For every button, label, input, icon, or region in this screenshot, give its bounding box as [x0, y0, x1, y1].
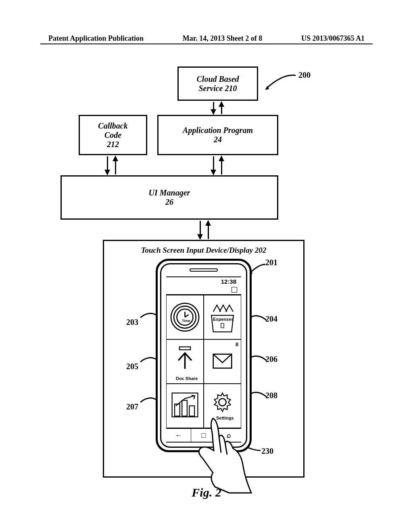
clock-text: 12:38: [221, 278, 236, 285]
app-line1: Application Program: [159, 126, 277, 135]
ref-204-leader: [249, 312, 267, 322]
arrow-cloud-app-down: [213, 102, 214, 114]
mail-badge: 8: [236, 341, 238, 347]
back-icon: ←: [175, 431, 182, 440]
signal-icon: [232, 287, 237, 293]
callback-line1: Callback: [80, 121, 146, 131]
ref-207: 207: [126, 402, 138, 411]
svg-rect-10: [182, 400, 187, 416]
ref-206-leader: [249, 352, 267, 362]
tile-expenses[interactable]: Expenses: [204, 295, 241, 339]
ref-205: 205: [126, 362, 138, 371]
cloud-line1: Cloud Based: [179, 75, 257, 84]
callback-code-block: Callback Code 212: [79, 115, 147, 155]
expenses-label: Expenses: [213, 317, 234, 322]
application-program-block: Application Program 24: [157, 115, 278, 155]
arrow-ui-touch-up: [208, 221, 209, 239]
ui-manager-block: UI Manager 26: [60, 175, 278, 220]
phone-speaker: [190, 268, 218, 272]
svg-rect-6: [179, 347, 190, 350]
header-left: Patent Application Publication: [48, 34, 144, 43]
page-header: Patent Application Publication Mar. 14, …: [0, 34, 413, 43]
figure-caption: Fig. 2: [40, 486, 373, 499]
touch-title: Touch Screen Input Device/Display 202: [104, 246, 303, 255]
svg-rect-5: [221, 323, 224, 328]
touch-screen-block: Touch Screen Input Device/Display 202 20…: [103, 240, 305, 478]
ref-200: 200: [298, 71, 311, 80]
svg-rect-9: [175, 404, 180, 416]
arrow-callback-ui-up: [115, 156, 116, 175]
figure-diagram: Cloud Based Service 210 200 Callback Cod…: [40, 62, 373, 482]
arrow-cloud-app-up: [221, 102, 222, 114]
arrow-app-ui-up: [221, 156, 222, 175]
time-icon: [167, 295, 203, 339]
tiles-grid: Time Expenses: [166, 295, 241, 428]
svg-point-12: [219, 399, 226, 406]
ui-line1: UI Manager: [62, 188, 277, 197]
callback-line3: 212: [80, 140, 146, 149]
header-center: Mar. 14, 2013 Sheet 2 of 8: [183, 34, 262, 43]
app-line2: 24: [159, 135, 277, 144]
header-rule: [40, 44, 373, 44]
tile-docshare[interactable]: Doc Share: [166, 339, 204, 384]
cloud-service-block: Cloud Based Service 210: [177, 66, 258, 101]
tile-time[interactable]: Time: [166, 295, 204, 339]
ref-201: 201: [265, 258, 277, 267]
docshare-label: Doc Share: [176, 376, 198, 381]
status-bar: 12:38: [166, 276, 241, 295]
callback-line2: Code: [80, 131, 146, 140]
ref-203: 203: [126, 318, 138, 327]
ui-line2: 26: [62, 197, 277, 207]
arrow-callback-ui-down: [107, 156, 108, 175]
header-right: US 2013/0067365 A1: [301, 34, 365, 43]
ref-208-leader: [249, 389, 267, 399]
time-label: Time: [182, 319, 190, 323]
tile-mail[interactable]: 8: [204, 339, 241, 384]
ref-200-leader: [264, 71, 298, 91]
cloud-line2: Service 210: [179, 84, 257, 93]
arrow-app-ui-down: [213, 156, 214, 175]
arrow-ui-touch-down: [200, 221, 201, 239]
svg-rect-8: [172, 393, 198, 417]
hand-pointer-icon: [185, 414, 265, 495]
